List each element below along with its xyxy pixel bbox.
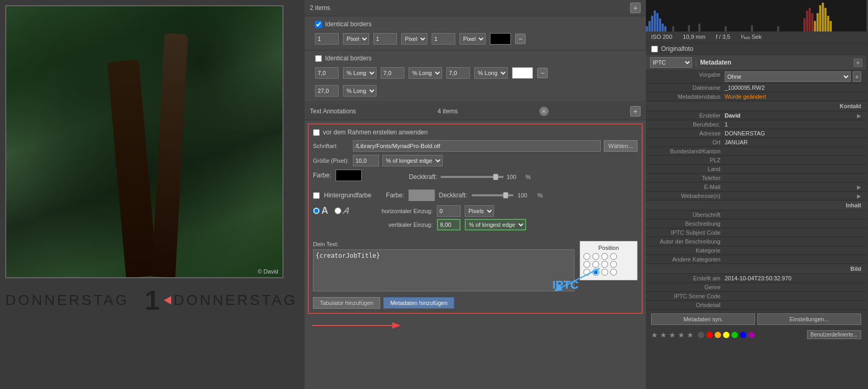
star-5[interactable]: ★ xyxy=(687,331,694,339)
vor-rahmen-checkbox[interactable] xyxy=(313,129,320,136)
border-unit1[interactable]: Pixel xyxy=(343,33,369,45)
metadaten-syn-btn[interactable]: Metadaten syn. xyxy=(651,313,755,325)
ersteller-expand[interactable]: ▶ xyxy=(857,112,861,119)
deckkraft2-slider[interactable] xyxy=(472,194,514,196)
size-unit-select[interactable]: % of longest edge xyxy=(382,155,443,166)
border-unit3[interactable]: Pixel xyxy=(459,33,486,45)
size-input[interactable] xyxy=(353,155,379,166)
radio-normal[interactable] xyxy=(313,207,320,214)
vorgabe-select[interactable]: Ohne xyxy=(725,71,851,82)
pos-radio-7[interactable] xyxy=(601,261,608,268)
vertical-input[interactable] xyxy=(437,219,461,230)
pos-radio-1[interactable] xyxy=(583,253,590,260)
metadaten-status-value: Wurde geändert xyxy=(725,93,861,100)
border-input-row1: Pixel Pixel Pixel − xyxy=(310,30,641,48)
arrow-left-icon xyxy=(164,296,171,304)
pos-radio-5[interactable] xyxy=(583,261,590,268)
border-val6[interactable] xyxy=(446,67,470,79)
benutzerdefinierte-btn[interactable]: Benutzerdefinierte... xyxy=(807,330,862,339)
border-color2[interactable] xyxy=(512,67,533,79)
star-1[interactable]: ★ xyxy=(651,331,658,339)
border-val2[interactable] xyxy=(373,33,397,45)
add-border-btn[interactable]: + xyxy=(630,3,641,13)
identical-borders-checkbox1[interactable] xyxy=(315,21,322,28)
border-val7[interactable] xyxy=(315,85,339,97)
color-label-red[interactable] xyxy=(706,332,713,338)
pos-radio-11[interactable] xyxy=(601,269,608,276)
radio-italic[interactable] xyxy=(334,207,341,214)
email-expand[interactable]: ▶ xyxy=(857,184,861,190)
bundesland-label: Bundesland/Kanton xyxy=(651,148,725,154)
einstellungen-btn[interactable]: Einstellungen... xyxy=(757,313,861,325)
metadaten-btn[interactable]: Metadaten hinzufügen xyxy=(383,297,454,309)
vorgabe-expand-btn[interactable]: ≡ xyxy=(853,71,861,82)
autor-beschr-value xyxy=(725,238,861,245)
farbe2-color-box[interactable] xyxy=(409,190,435,201)
border-unit4[interactable]: % Long xyxy=(343,67,377,79)
pos-radio-12[interactable] xyxy=(610,269,617,276)
dein-text-label: Dein Text: xyxy=(313,241,574,247)
choose-font-btn[interactable]: Wählen... xyxy=(604,140,637,152)
border-unit6[interactable]: % Long xyxy=(474,67,508,79)
ta-close-btn[interactable]: ✕ xyxy=(539,107,549,116)
bottom-bar: DONNERSTAG 1 DONNERSTAG xyxy=(5,283,299,317)
horizontal-input[interactable] xyxy=(437,205,461,217)
identical-borders-row1: Identical borders xyxy=(310,18,641,30)
size-row: Größe (Pixel): % of longest edge xyxy=(313,155,637,166)
hintergrund-checkbox[interactable] xyxy=(313,192,320,199)
color-label-green[interactable] xyxy=(731,332,738,338)
deckkraft-percent: % xyxy=(526,174,531,180)
svg-rect-23 xyxy=(688,25,690,31)
beschreibung-label: Beschreibung xyxy=(651,220,725,227)
vertical-unit-select[interactable]: % of longest edge xyxy=(465,219,526,230)
font-path-input[interactable] xyxy=(353,140,601,152)
remove-border1-btn[interactable]: − xyxy=(515,34,526,44)
svg-rect-13 xyxy=(819,5,821,31)
webadresse-expand[interactable]: ▶ xyxy=(857,193,861,199)
star-4[interactable]: ★ xyxy=(678,331,685,339)
color-label-orange[interactable] xyxy=(715,332,721,338)
metadaten-expand-btn[interactable]: ≡ xyxy=(854,59,862,67)
remove-border2-btn[interactable]: − xyxy=(537,68,548,78)
kategorie-label: Kategorie xyxy=(651,247,725,254)
pos-radio-6[interactable] xyxy=(592,261,599,268)
border-unit2[interactable]: Pixel xyxy=(401,33,427,45)
identical-borders-label2: Identical borders xyxy=(325,55,372,62)
radio-a-label: A xyxy=(321,205,328,216)
identical-borders-checkbox2[interactable] xyxy=(315,55,322,62)
border-val3[interactable] xyxy=(432,33,455,45)
border-val5[interactable] xyxy=(381,67,404,79)
horizontal-unit-select[interactable]: Pixels xyxy=(465,205,494,217)
pos-radio-4[interactable] xyxy=(610,253,617,260)
autor-beschr-label: Autor der Beschreibung xyxy=(651,238,725,245)
tabulator-btn[interactable]: Tabulator hinzufügen xyxy=(313,297,380,309)
farbe-color-box[interactable] xyxy=(336,170,362,181)
border-color1[interactable] xyxy=(490,33,511,45)
dein-text-area[interactable]: {creatorJobTitle} xyxy=(313,249,574,291)
ta-header: Text Annotations 4 items ✕ + xyxy=(305,102,646,120)
iptc-select[interactable]: IPTC xyxy=(650,57,692,68)
star-3[interactable]: ★ xyxy=(669,331,676,339)
border-val1[interactable] xyxy=(315,33,339,45)
bottom-text-layout: Dein Text: {creatorJobTitle} Position xyxy=(313,241,637,293)
pos-radio-3[interactable] xyxy=(601,253,608,260)
originalfoto-row: Originalfoto xyxy=(646,43,866,55)
pos-radio-10[interactable] xyxy=(592,269,599,276)
border-unit7[interactable]: % Long xyxy=(343,85,377,97)
border-val4[interactable] xyxy=(315,67,339,79)
color-label-yellow[interactable] xyxy=(723,332,729,338)
pos-radio-9[interactable] xyxy=(583,269,590,276)
pos-radio-2[interactable] xyxy=(592,253,599,260)
svg-rect-12 xyxy=(817,13,819,31)
star-2[interactable]: ★ xyxy=(660,331,667,339)
color-label-gray[interactable] xyxy=(698,332,704,338)
originalfoto-checkbox[interactable] xyxy=(651,46,658,52)
border-unit5[interactable]: % Long xyxy=(409,67,442,79)
color-label-blue[interactable] xyxy=(740,332,746,338)
deckkraft-slider[interactable] xyxy=(441,176,504,178)
color-label-purple[interactable] xyxy=(748,332,755,338)
pos-radio-8[interactable] xyxy=(610,261,617,268)
svg-rect-3 xyxy=(646,26,648,31)
svg-rect-11 xyxy=(814,21,816,31)
ta-add-btn[interactable]: + xyxy=(630,106,641,117)
